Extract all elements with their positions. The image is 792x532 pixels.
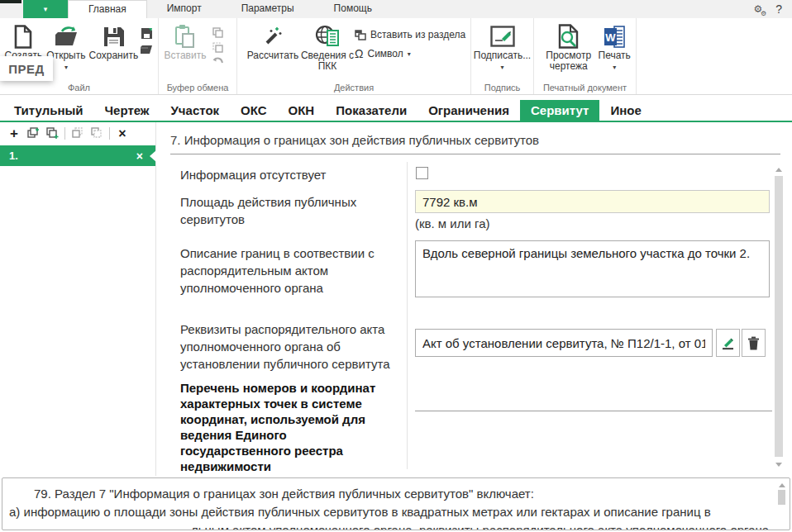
points-list-label: Перечень номеров и координат характерных… — [180, 380, 397, 474]
edit-requisites-button[interactable] — [716, 329, 740, 357]
section-heading: 7. Информация о границах зон действия пу… — [170, 133, 539, 147]
ribbon-group-print: Просмотр чертежа W Печать ▾ Печатный док… — [534, 18, 637, 94]
paste-button[interactable]: Вставить — [162, 22, 208, 61]
print-button[interactable]: W Печать ▾ — [596, 22, 632, 73]
trash-icon — [747, 336, 760, 350]
clipboard-small-buttons — [208, 22, 227, 66]
insert-from-section-button[interactable]: Вставить из раздела — [355, 29, 465, 40]
plus-icon: + — [10, 128, 18, 140]
magic-wand-icon — [262, 22, 284, 50]
page-magnifier-icon — [558, 22, 580, 50]
copy-button[interactable] — [212, 27, 223, 38]
ribbon-group-sign: Подписать... ▾ Подпись — [471, 18, 534, 94]
help-line-3: льным актом уполномоченного органа, рекв… — [191, 523, 769, 530]
no-info-checkbox[interactable] — [416, 167, 428, 179]
no-info-label: Информация отсутствует — [180, 166, 391, 183]
group-label-file: Файл — [0, 83, 158, 93]
paste-clipboard-icon — [174, 22, 196, 50]
sign-button[interactable]: Подписать... ▾ — [474, 22, 531, 73]
ribbon-tab-import[interactable]: Импорт — [147, 0, 222, 18]
signature-icon — [490, 22, 515, 50]
help-scrollbar[interactable] — [778, 482, 786, 526]
titlebar: ▾ Главная Импорт Параметры Помощь ⚙⚙ ? — [0, 0, 792, 18]
settings-gear-icon[interactable]: ⚙⚙ — [753, 3, 762, 15]
symbol-button[interactable]: Ω Символ ▾ — [355, 47, 465, 60]
drawing-preview-button[interactable]: Просмотр чертежа — [541, 22, 596, 72]
sidebar-item-1[interactable]: 1. × — [0, 145, 155, 166]
ribbon-tab-parameters[interactable]: Параметры — [222, 0, 314, 18]
app-menu-button[interactable]: ▾ — [23, 0, 68, 18]
selected-item-notch — [150, 150, 156, 162]
save-as-button[interactable] — [141, 27, 153, 40]
empty-field-line — [415, 411, 772, 411]
duplicate-append-button[interactable] — [45, 127, 59, 140]
group-label-actions: Действия — [237, 83, 470, 93]
sidebar-item-number: 1. — [9, 150, 18, 162]
area-input[interactable] — [415, 190, 770, 213]
pencil-icon — [721, 336, 735, 350]
toolbar-separator — [64, 127, 65, 140]
window-corner-decoration — [0, 0, 21, 3]
svg-text:W: W — [605, 31, 616, 44]
ribbon-tab-help[interactable]: Помощь — [314, 0, 392, 18]
calculate-button[interactable]: Рассчитать — [246, 22, 300, 61]
section-icon — [355, 30, 366, 40]
close-icon: × — [118, 128, 126, 140]
paste-append-button[interactable] — [90, 127, 103, 140]
tab-titulny[interactable]: Титульный — [3, 100, 94, 121]
add-item-button[interactable]: + — [7, 127, 21, 140]
help-line-2: а) информацию о площади зоны действия пу… — [9, 505, 711, 519]
description-label: Описание границ в соотвествии с распоряд… — [180, 245, 391, 297]
save-all-button[interactable] — [140, 44, 153, 55]
new-document-icon — [13, 22, 33, 50]
scroll-up-arrow-icon[interactable] — [779, 483, 785, 487]
ribbon-tab-main[interactable]: Главная — [68, 0, 147, 18]
chevron-down-icon: ▾ — [613, 62, 616, 73]
undo-icon[interactable] — [212, 57, 223, 66]
sidebar-toolbar: + × — [0, 122, 155, 145]
scroll-down-arrow-icon[interactable] — [775, 463, 782, 467]
ribbon-group-actions: Рассчитать Сведения с ПКК Вставить из ра… — [237, 18, 471, 94]
globe-document-icon — [315, 22, 340, 50]
description-textarea[interactable]: Вдоль северной границы земельного участк… — [415, 240, 770, 297]
tab-oks[interactable]: ОКС — [230, 100, 277, 121]
chevron-down-icon: ▾ — [64, 62, 68, 73]
toolbar-separator — [109, 127, 110, 140]
tab-servitut[interactable]: Сервитут — [520, 100, 599, 121]
close-icon[interactable]: × — [136, 150, 146, 163]
tab-inoe[interactable]: Иное — [599, 100, 651, 121]
scrollbar-thumb[interactable] — [775, 176, 783, 457]
column-separator — [407, 162, 408, 469]
scrollbar-thumb[interactable] — [778, 490, 785, 505]
area-units-hint: (кв. м или га) — [415, 216, 490, 230]
delete-item-button[interactable]: × — [116, 127, 129, 140]
scroll-up-arrow-icon[interactable] — [775, 168, 782, 172]
chevron-down-icon: ▾ — [500, 62, 503, 73]
file-small-buttons — [139, 22, 155, 55]
group-label-sign: Подпись — [471, 83, 533, 93]
ribbon-tab-strip: Главная Импорт Параметры Помощь — [68, 0, 392, 18]
duplicate-item-button[interactable] — [26, 127, 40, 140]
area-label: Площадь действия публичных сервитутов — [180, 193, 391, 228]
tab-ogranicheniya[interactable]: Ограничения — [417, 100, 520, 121]
paste-special-button[interactable] — [212, 42, 223, 53]
tab-okn[interactable]: ОКН — [278, 100, 326, 121]
heading-underline — [170, 154, 780, 154]
new-document-button[interactable]: Создать — [3, 22, 44, 61]
paste-item-button[interactable] — [71, 127, 84, 140]
requisites-input[interactable] — [415, 329, 713, 357]
save-floppy-icon — [103, 22, 125, 50]
tab-uchastok[interactable]: Участок — [160, 100, 231, 121]
requisites-label: Реквизиты распорядительного акта уполном… — [180, 321, 391, 373]
titlebar-icons: ⚙⚙ ? — [753, 0, 782, 18]
pred-overlay-label: ПРЕД — [0, 56, 53, 81]
ribbon-group-clipboard: Вставить Буфер обмена — [159, 18, 237, 94]
delete-requisites-button[interactable] — [742, 329, 766, 357]
tab-chertezh[interactable]: Чертеж — [94, 100, 160, 121]
help-icon[interactable]: ? — [775, 2, 782, 16]
content-scrollbar[interactable] — [774, 165, 784, 473]
tab-pokazateli[interactable]: Показатели — [325, 100, 417, 121]
pkk-info-button[interactable]: Сведения с ПКК — [300, 22, 355, 72]
application-window: ▾ Главная Импорт Параметры Помощь ⚙⚙ ? С… — [0, 0, 792, 532]
save-button[interactable]: Сохранить — [88, 22, 138, 61]
